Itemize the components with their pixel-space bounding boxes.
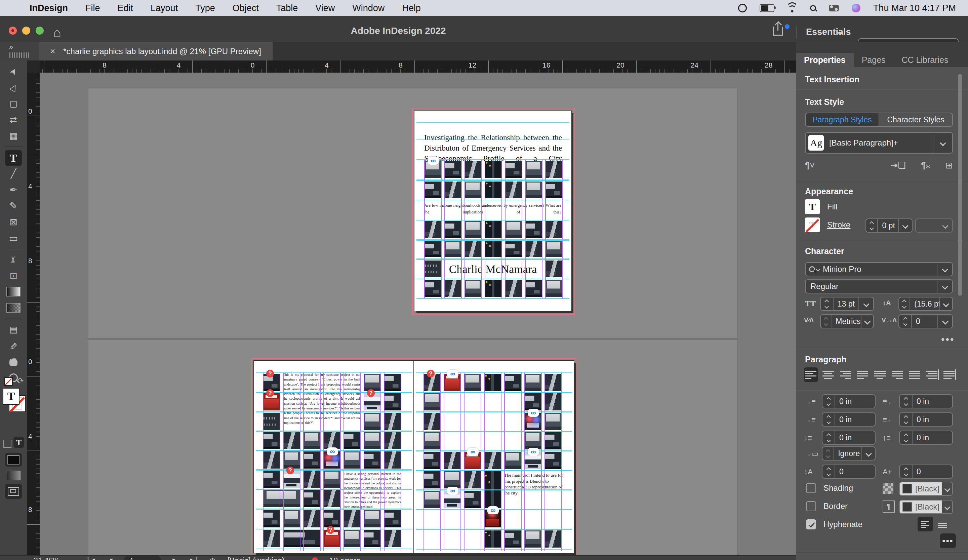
apply-gradient-button[interactable] — [7, 471, 21, 480]
image-frame[interactable] — [485, 221, 502, 238]
proposal-text-frame[interactable]: This is my proposal for my capstone proj… — [283, 373, 361, 425]
image-frame[interactable] — [423, 393, 440, 411]
image-frame[interactable] — [505, 221, 522, 238]
character-styles-button[interactable]: Character Styles — [879, 113, 952, 126]
image-frame[interactable] — [525, 182, 542, 198]
note-tool[interactable]: ▤ — [0, 322, 27, 337]
panel-scrollbar[interactable] — [958, 74, 962, 296]
prev-page-button[interactable]: ◀ — [106, 556, 113, 560]
border-checkbox[interactable] — [806, 501, 816, 511]
screen-mode-button[interactable] — [5, 484, 22, 499]
chevron-down-icon[interactable] — [898, 219, 912, 232]
image-frame[interactable] — [484, 452, 501, 469]
hyphenate-checkbox[interactable] — [806, 519, 816, 529]
right-indent-field[interactable]: 0 in — [899, 394, 953, 408]
image-frame[interactable] — [384, 393, 401, 411]
next-page-button[interactable]: ▶ — [172, 556, 179, 560]
image-frame[interactable] — [464, 241, 481, 257]
paragraph-styles-button[interactable]: Paragraph Styles — [806, 113, 879, 126]
font-size-field[interactable]: 13 pt — [820, 297, 874, 311]
paragraph-mark-icon[interactable]: ¶˅ — [805, 160, 815, 171]
border-color-dropdown[interactable]: [Black] — [899, 500, 953, 514]
menu-edit[interactable]: Edit — [109, 0, 142, 16]
image-frame[interactable] — [545, 241, 562, 257]
image-frame[interactable] — [545, 413, 561, 430]
image-frame[interactable] — [384, 510, 401, 527]
stepper[interactable] — [899, 315, 912, 328]
image-frame[interactable] — [485, 182, 502, 198]
swap-fill-stroke-icon[interactable]: ↷ — [18, 376, 23, 385]
tracking-field[interactable]: 0 — [898, 314, 953, 328]
image-frame[interactable] — [424, 182, 441, 198]
menu-object[interactable]: Object — [224, 0, 267, 16]
image-frame[interactable] — [545, 393, 561, 411]
image-frame[interactable] — [484, 374, 501, 391]
image-frame[interactable] — [464, 491, 481, 508]
image-frame[interactable] — [504, 530, 521, 548]
image-frame[interactable] — [545, 260, 562, 277]
ruler-corner[interactable] — [27, 61, 40, 73]
home-icon[interactable]: ⌂ — [53, 25, 61, 40]
tools-text-frame[interactable]: The main tool I intend to use for this p… — [504, 472, 565, 496]
linked-file-badge[interactable]: ∞ — [528, 448, 539, 456]
image-frame[interactable] — [343, 432, 360, 449]
stepper[interactable] — [900, 465, 913, 478]
creative-cloud-icon[interactable] — [738, 4, 747, 12]
error-count[interactable]: 10 errors — [330, 556, 360, 560]
tab-cc-libraries[interactable]: CC Libraries — [894, 53, 956, 67]
image-frame[interactable] — [464, 221, 481, 238]
menu-indesign[interactable]: InDesign — [21, 0, 77, 16]
image-frame[interactable] — [283, 432, 300, 449]
image-frame[interactable] — [444, 241, 461, 257]
missing-link-badge[interactable]: ? — [427, 370, 434, 378]
stroke-label[interactable]: Stroke — [827, 220, 850, 230]
battery-icon[interactable] — [760, 4, 774, 12]
chevron-down-icon[interactable] — [937, 315, 952, 328]
image-frame[interactable] — [524, 393, 541, 411]
chevron-down-icon[interactable] — [937, 263, 952, 276]
image-frame[interactable] — [423, 413, 440, 430]
tab-properties[interactable]: Properties — [796, 53, 854, 67]
chevron-down-icon[interactable] — [937, 280, 952, 293]
stepper[interactable] — [899, 298, 910, 310]
missing-link-badge[interactable]: ? — [266, 389, 274, 397]
type-tool[interactable]: T — [5, 150, 22, 166]
menu-view[interactable]: View — [307, 0, 343, 16]
image-frame[interactable] — [283, 530, 320, 547]
stroke-color-swatch[interactable]: T — [805, 217, 820, 232]
image-frame[interactable] — [424, 260, 441, 277]
chevron-down-icon[interactable] — [940, 298, 952, 310]
image-frame[interactable] — [504, 374, 521, 391]
shading-color-dropdown[interactable]: [Black] — [899, 482, 953, 496]
image-frame[interactable] — [505, 182, 522, 198]
first-line-indent-field[interactable]: 0 in — [822, 413, 875, 427]
align-right-button[interactable] — [839, 368, 852, 382]
share-icon[interactable] — [773, 26, 783, 36]
image-frame[interactable] — [545, 280, 562, 297]
rectangle-tool[interactable]: ▭ — [0, 230, 27, 245]
image-frame[interactable] — [505, 280, 522, 297]
page-1[interactable]: ∞ Investigating the Relationship between… — [414, 111, 572, 311]
image-frame[interactable] — [323, 490, 340, 507]
zoom-level[interactable]: 21.46% — [34, 556, 60, 560]
image-frame[interactable] — [364, 451, 380, 469]
fill-swatch[interactable]: T — [3, 388, 20, 405]
justify-last-right-button[interactable] — [890, 368, 904, 382]
image-frame[interactable] — [263, 471, 280, 488]
frame-tool[interactable]: ⊠ — [0, 214, 27, 229]
kerning-field[interactable]: Metrics — [820, 314, 874, 328]
clear-overrides-icon[interactable]: ¶⁎ — [921, 160, 930, 171]
chevron-down-icon[interactable] — [859, 298, 873, 310]
stepper[interactable] — [822, 447, 834, 460]
menu-window[interactable]: Window — [343, 0, 393, 16]
image-frame[interactable] — [384, 432, 401, 449]
content-collector-tool[interactable]: ▦ — [0, 128, 27, 143]
image-frame[interactable] — [524, 432, 541, 449]
align-center-button[interactable] — [821, 368, 835, 382]
chevron-down-icon[interactable] — [371, 558, 377, 560]
default-fill-swatch[interactable] — [4, 377, 13, 386]
stepper[interactable] — [821, 315, 832, 328]
justify-all-button[interactable] — [907, 368, 921, 382]
window-zoom-button[interactable] — [36, 27, 44, 35]
linked-file-badge[interactable]: ∞ — [327, 447, 338, 456]
